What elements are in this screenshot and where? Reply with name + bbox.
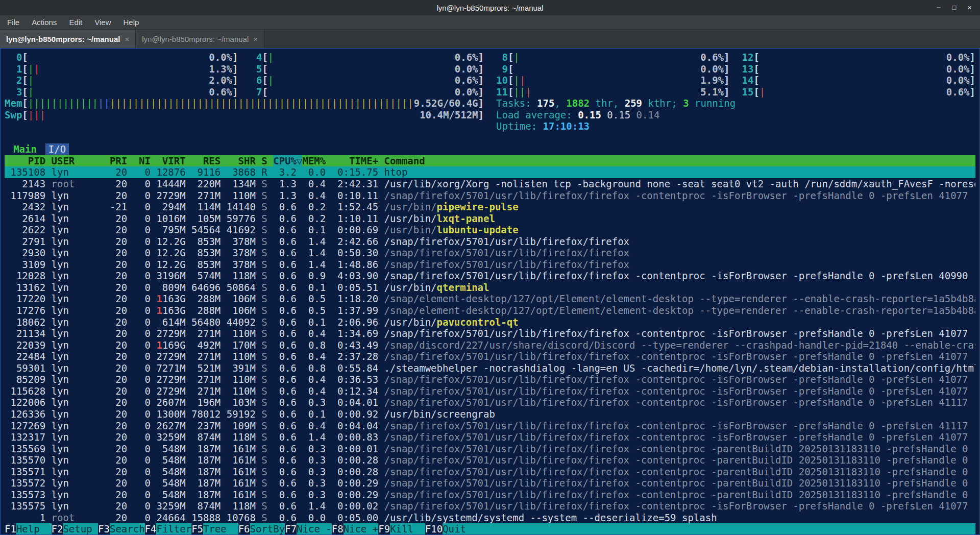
htop-tab-io[interactable]: I/O bbox=[45, 143, 69, 155]
uptime: Uptime: 17:10:13 bbox=[496, 120, 975, 132]
menu-item-file[interactable]: File bbox=[7, 18, 19, 27]
process-row-126336[interactable]: 126336 lyn 20 0 1300M 78012 59192 S 0.6 … bbox=[5, 408, 975, 420]
process-row-135575[interactable]: 135575 lyn 20 0 3259M 874M 118M S 0.6 1.… bbox=[5, 500, 975, 512]
fkey-f2-setup[interactable]: F2Setup bbox=[52, 523, 99, 535]
cpu-meter-4: 4[|0.6%] bbox=[251, 52, 484, 63]
process-row-115628[interactable]: 115628 lyn 20 0 2729M 271M 110M S 0.6 0.… bbox=[5, 385, 975, 397]
tab-close-icon[interactable]: × bbox=[253, 35, 258, 43]
cpu-meter-15: 15[|0.6%] bbox=[742, 86, 976, 98]
meter-ticks bbox=[760, 75, 946, 86]
cpu-meter-3: 3[|0.6%] bbox=[5, 86, 238, 98]
meter-value: 0.0% bbox=[209, 52, 232, 63]
system-stats: Tasks: 175, 1882 thr, 259 kthr; 3 runnin… bbox=[496, 98, 975, 132]
function-key-bar: F1Help F2Setup F3SearchF4FilterF5Tree F6… bbox=[5, 523, 975, 535]
column-headers[interactable]: MEM% TIME+ Command bbox=[302, 155, 425, 166]
meter-ticks: ||| bbox=[513, 86, 700, 98]
process-row-2791[interactable]: 2791 lyn 20 0 12.2G 853M 378M S 0.6 1.4 … bbox=[5, 236, 975, 248]
meter-ticks: | bbox=[513, 52, 700, 63]
menu-item-actions[interactable]: Actions bbox=[32, 18, 57, 27]
process-row-22484[interactable]: 22484 lyn 20 0 2729M 271M 110M S 0.6 0.4… bbox=[5, 351, 975, 362]
meter-value: 0.0% bbox=[455, 86, 478, 98]
process-table-header[interactable]: PID USER PRI NI VIRT RES SHR S CPU%▽MEM%… bbox=[5, 155, 975, 167]
cpu-meter-1: 1[||1.3%] bbox=[5, 63, 238, 75]
meter-ticks: || bbox=[513, 75, 700, 86]
meter-ticks: | bbox=[760, 86, 946, 98]
process-row-2432[interactable]: 2432 lyn -21 0 294M 114M 14140 S 0.6 0.2… bbox=[5, 201, 975, 213]
memory-meters: Mem[||||||||||||||||||||||||||||||||||||… bbox=[5, 98, 484, 132]
process-row-3109[interactable]: 3109 lyn 20 0 12.2G 853M 378M S 0.6 1.4 … bbox=[5, 259, 975, 271]
sort-column-header[interactable]: CPU%▽ bbox=[273, 155, 302, 166]
tab-close-icon[interactable]: × bbox=[125, 35, 129, 43]
maximize-icon[interactable]: □ bbox=[952, 0, 956, 15]
minimize-icon[interactable]: − bbox=[937, 0, 941, 15]
process-row-21134[interactable]: 21134 lyn 20 0 2729M 271M 110M S 0.6 0.4… bbox=[5, 328, 975, 339]
fkey-f4-filter[interactable]: F4Filter bbox=[145, 523, 192, 535]
meter-value: 9.52G/60.4G bbox=[414, 98, 478, 109]
terminal-tab-2[interactable]: lyn@lyn-b850mprors: ~/manual× bbox=[136, 30, 264, 48]
terminal-tab-1[interactable]: lyn@lyn-b850mprors: ~/manual× bbox=[0, 30, 136, 48]
process-row-13162[interactable]: 13162 lyn 20 0 809M 64696 50864 S 0.6 0.… bbox=[5, 282, 975, 294]
meter-value: 5.1% bbox=[700, 86, 724, 98]
process-row-2614[interactable]: 2614 lyn 20 0 1016M 105M 59776 S 0.6 0.2… bbox=[5, 213, 975, 225]
process-row-17276[interactable]: 17276 lyn 20 0 1163G 288M 106M S 0.6 0.5… bbox=[5, 305, 975, 317]
meter-ticks bbox=[513, 63, 700, 75]
meter-ticks: ||||||||||||||||||||||||||||||||||||||||… bbox=[28, 98, 414, 109]
close-icon[interactable]: × bbox=[967, 0, 972, 15]
process-row-12028[interactable]: 12028 lyn 20 0 3196M 574M 118M S 0.6 0.9… bbox=[5, 270, 975, 282]
fkey-f8-nice+[interactable]: F8Nice + bbox=[332, 523, 379, 535]
cpu-meter-2: 2[|2.0%] bbox=[5, 75, 238, 86]
process-table: 135108 lyn 20 0 12876 9116 3868 R 3.2 0.… bbox=[5, 166, 975, 523]
process-row-22039[interactable]: 22039 lyn 20 0 1169G 492M 170M S 0.6 0.8… bbox=[5, 339, 975, 351]
meter-ticks bbox=[760, 63, 946, 75]
column-headers[interactable]: PID USER PRI NI VIRT RES SHR S bbox=[5, 155, 273, 166]
process-row-59301[interactable]: 59301 lyn 20 0 7271M 521M 391M S 0.6 0.8… bbox=[5, 362, 975, 374]
menu-item-view[interactable]: View bbox=[94, 18, 111, 27]
fkey-f3-search[interactable]: F3Search bbox=[98, 523, 145, 535]
process-row-135570[interactable]: 135570 lyn 20 0 548M 187M 161M S 0.6 0.3… bbox=[5, 454, 975, 466]
menu-bar: FileActionsEditViewHelp bbox=[0, 15, 980, 30]
process-row-18062[interactable]: 18062 lyn 20 0 614M 56480 44092 S 0.6 0.… bbox=[5, 317, 975, 328]
meter-value: 10.4M/512M bbox=[420, 109, 478, 121]
meter-ticks: | bbox=[28, 86, 209, 98]
meter-ticks: || bbox=[28, 63, 209, 75]
fkey-f1-help[interactable]: F1Help bbox=[5, 523, 52, 535]
process-row-85209[interactable]: 85209 lyn 20 0 2729M 271M 110M S 0.6 0.4… bbox=[5, 374, 975, 385]
process-row-2622[interactable]: 2622 lyn 20 0 795M 54564 41692 S 0.6 0.1… bbox=[5, 224, 975, 236]
htop-tab-main[interactable]: Main bbox=[10, 143, 39, 155]
terminal-viewport[interactable]: 0[0.0%] 1[||1.3%] 2[|2.0%] 3[|0.6%] 4[|0… bbox=[0, 48, 980, 535]
process-row-135572[interactable]: 135572 lyn 20 0 548M 187M 161M S 0.6 0.3… bbox=[5, 477, 975, 489]
fkey-f9-kill[interactable]: F9Kill bbox=[378, 523, 425, 535]
process-row-1[interactable]: 1 root 20 0 24664 15888 10768 S 0.6 0.0 … bbox=[5, 512, 975, 524]
cpu-meter-0: 0[0.0%] bbox=[5, 52, 238, 63]
cpu-meters: 0[0.0%] 1[||1.3%] 2[|2.0%] 3[|0.6%] 4[|0… bbox=[5, 52, 975, 98]
process-row-135573[interactable]: 135573 lyn 20 0 548M 187M 161M S 0.6 0.3… bbox=[5, 489, 975, 501]
process-row-135108[interactable]: 135108 lyn 20 0 12876 9116 3868 R 3.2 0.… bbox=[5, 166, 975, 178]
process-row-117989[interactable]: 117989 lyn 20 0 2729M 271M 110M S 1.3 0.… bbox=[5, 190, 975, 202]
process-row-127269[interactable]: 127269 lyn 20 0 2627M 237M 109M S 0.6 0.… bbox=[5, 420, 975, 432]
tab-bar: lyn@lyn-b850mprors: ~/manual×lyn@lyn-b85… bbox=[0, 30, 980, 48]
cpu-meter-6: 6[|0.6%] bbox=[251, 75, 484, 86]
cpu-meter-9: 9[0.0%] bbox=[496, 63, 730, 75]
menu-item-edit[interactable]: Edit bbox=[69, 18, 82, 27]
meter-ticks: | bbox=[268, 75, 455, 86]
cpu-meter-11: 11[|||5.1%] bbox=[496, 86, 730, 98]
cpu-meter-10: 10[||1.9%] bbox=[496, 75, 730, 86]
menu-item-help[interactable]: Help bbox=[123, 18, 139, 27]
window-controls: − □ × bbox=[937, 0, 980, 15]
process-row-135569[interactable]: 135569 lyn 20 0 548M 187M 161M S 0.6 0.3… bbox=[5, 443, 975, 455]
process-row-2930[interactable]: 2930 lyn 20 0 12.2G 853M 378M S 0.6 1.4 … bbox=[5, 247, 975, 259]
load-average: Load average: 0.15 0.15 0.14 bbox=[496, 109, 975, 121]
process-row-17220[interactable]: 17220 lyn 20 0 1163G 288M 106M S 0.6 0.5… bbox=[5, 293, 975, 305]
fkey-f7-nice-[interactable]: F7Nice - bbox=[285, 523, 332, 535]
process-row-132317[interactable]: 132317 lyn 20 0 3259M 874M 118M S 0.6 1.… bbox=[5, 431, 975, 443]
process-row-135571[interactable]: 135571 lyn 20 0 548M 187M 161M S 0.6 0.3… bbox=[5, 466, 975, 478]
process-row-122006[interactable]: 122006 lyn 20 0 2607M 196M 103M S 0.6 0.… bbox=[5, 397, 975, 408]
meter-value: 0.0% bbox=[455, 63, 478, 75]
fkey-f10-quit[interactable]: F10Quit bbox=[425, 523, 478, 535]
process-row-2143[interactable]: 2143 root 20 0 1444M 220M 134M S 1.3 0.4… bbox=[5, 178, 975, 190]
htop-screen-tabs: Main I/O bbox=[5, 143, 975, 155]
meter-value: 0.0% bbox=[946, 63, 970, 75]
fkey-f6-sortby[interactable]: F6SortBy bbox=[238, 523, 285, 535]
fkey-f5-tree[interactable]: F5Tree bbox=[191, 523, 238, 535]
tab-title: lyn@lyn-b850mprors: ~/manual bbox=[142, 35, 249, 43]
